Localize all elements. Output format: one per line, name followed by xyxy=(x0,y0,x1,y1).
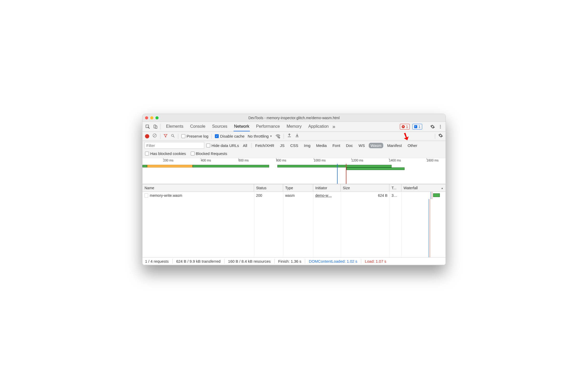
filter-bar: Hide data URLs All Fetch/XHR JS CSS Img … xyxy=(142,141,446,158)
status-bar: 1 / 4 requests 624 B / 9.9 kB transferre… xyxy=(142,257,446,265)
kebab-menu-icon[interactable] xyxy=(437,124,443,130)
sort-arrow-icon: ▲ xyxy=(441,187,443,190)
request-name: memory-write.wasm xyxy=(150,193,182,198)
status-load: Load: 1.07 s xyxy=(365,259,386,263)
record-button[interactable] xyxy=(145,134,149,138)
tab-application[interactable]: Application xyxy=(308,122,329,131)
type-filter-fetchxhr[interactable]: Fetch/XHR xyxy=(254,143,276,148)
error-circle-icon: ✕ xyxy=(402,125,405,128)
export-har-icon[interactable] xyxy=(287,133,292,139)
more-tabs-icon[interactable]: » xyxy=(331,124,337,130)
type-filter-media[interactable]: Media xyxy=(314,143,329,148)
throttling-dropdown[interactable]: No throttling ▼ xyxy=(248,134,272,138)
tab-performance[interactable]: Performance xyxy=(256,122,281,131)
svg-rect-2 xyxy=(155,126,157,128)
file-icon xyxy=(145,193,148,198)
devtools-window: ➘ DevTools - memory-inspector.glitch.me/… xyxy=(142,114,446,265)
blocked-requests-checkbox[interactable]: Blocked Requests xyxy=(191,151,227,156)
blocked-cookies-checkbox[interactable]: Has blocked cookies xyxy=(145,151,186,156)
col-header-status[interactable]: Status xyxy=(254,184,283,192)
filter-icon[interactable] xyxy=(163,133,168,139)
type-filter-manifest[interactable]: Manifest xyxy=(385,143,404,148)
svg-line-9 xyxy=(173,136,174,137)
overview-bar xyxy=(346,167,405,170)
overview-timeline[interactable]: 200 ms 400 ms 600 ms 800 ms 1000 ms 1200… xyxy=(142,158,446,184)
window-title: DevTools - memory-inspector.glitch.me/de… xyxy=(248,116,340,120)
request-initiator[interactable]: demo-w… xyxy=(315,193,332,198)
type-filter-js[interactable]: JS xyxy=(278,143,286,148)
col-header-size[interactable]: Size xyxy=(341,184,389,192)
status-transferred: 624 B / 9.9 kB transferred xyxy=(176,259,221,263)
main-tab-bar: Elements Console Sources Network Perform… xyxy=(142,122,446,132)
status-resources: 160 B / 8.4 kB resources xyxy=(228,259,271,263)
preserve-log-checkbox[interactable]: Preserve log xyxy=(181,134,208,138)
overview-bar xyxy=(277,165,392,167)
inspect-icon[interactable] xyxy=(145,124,151,130)
svg-line-7 xyxy=(154,134,156,137)
col-header-type[interactable]: Type xyxy=(283,184,313,192)
type-filter-ws[interactable]: WS xyxy=(357,143,367,148)
type-filter-css[interactable]: CSS xyxy=(288,143,300,148)
col-header-name[interactable]: Name xyxy=(142,184,254,192)
col-header-waterfall[interactable]: Waterfall ▲ xyxy=(401,184,446,192)
svg-point-4 xyxy=(440,126,441,127)
titlebar: DevTools - memory-inspector.glitch.me/de… xyxy=(142,114,446,122)
type-filter-img[interactable]: Img xyxy=(302,143,312,148)
search-icon[interactable] xyxy=(171,133,175,139)
request-type: wasm xyxy=(283,192,313,199)
minimize-window-button[interactable] xyxy=(150,116,153,119)
network-settings-icon[interactable] xyxy=(438,133,443,139)
request-size: 624 B xyxy=(341,192,389,199)
overview-bar xyxy=(147,165,193,167)
tab-console[interactable]: Console xyxy=(190,122,206,131)
table-body: memory-write.wasm 200 wasm demo-w… 624 B… xyxy=(142,192,446,257)
device-toggle-icon[interactable] xyxy=(152,124,159,130)
col-header-time[interactable]: T... xyxy=(389,184,401,192)
col-header-initiator[interactable]: Initiator xyxy=(313,184,341,192)
type-filter-doc[interactable]: Doc xyxy=(344,143,355,148)
svg-point-8 xyxy=(172,134,174,137)
messages-badge[interactable]: ≡ 1 xyxy=(412,124,422,130)
svg-point-3 xyxy=(440,125,441,126)
tab-elements[interactable]: Elements xyxy=(166,122,184,131)
type-filter-other[interactable]: Other xyxy=(406,143,419,148)
status-dcl: DOMContentLoaded: 1.02 s xyxy=(309,259,357,263)
overview-bar xyxy=(142,165,147,167)
svg-point-10 xyxy=(278,137,278,138)
tab-sources[interactable]: Sources xyxy=(211,122,228,131)
filter-input[interactable] xyxy=(145,142,204,149)
type-filter-all[interactable]: All xyxy=(241,143,249,148)
close-window-button[interactable] xyxy=(145,116,148,119)
network-toolbar: Preserve log Disable cache No throttling… xyxy=(142,132,446,141)
hide-data-urls-checkbox[interactable]: Hide data URLs xyxy=(206,143,239,148)
import-har-icon[interactable] xyxy=(295,133,299,139)
type-filter-wasm[interactable]: Wasm xyxy=(369,143,383,148)
tab-memory[interactable]: Memory xyxy=(286,122,302,131)
svg-point-5 xyxy=(440,127,441,128)
maximize-window-button[interactable] xyxy=(155,116,159,119)
table-header: Name Status Type Initiator Size T... Wat… xyxy=(142,184,446,192)
load-marker xyxy=(346,164,346,184)
clear-icon[interactable] xyxy=(152,133,157,139)
status-requests: 1 / 4 requests xyxy=(145,259,169,263)
type-filter-font[interactable]: Font xyxy=(331,143,342,148)
disable-cache-checkbox[interactable]: Disable cache xyxy=(215,134,244,138)
traffic-lights xyxy=(145,116,159,119)
waterfall-bar xyxy=(404,192,443,199)
tab-network[interactable]: Network xyxy=(234,122,250,131)
errors-badge[interactable]: ✕ 1 xyxy=(400,124,410,130)
request-status: 200 xyxy=(254,192,283,199)
overview-bar xyxy=(193,165,269,167)
message-icon: ≡ xyxy=(414,125,417,128)
settings-icon[interactable] xyxy=(429,124,436,130)
table-row[interactable]: memory-write.wasm 200 wasm demo-w… 624 B… xyxy=(142,192,446,199)
status-finish: Finish: 1.36 s xyxy=(278,259,301,263)
request-time: 3… xyxy=(389,192,401,199)
network-conditions-icon[interactable] xyxy=(275,134,281,139)
dcl-marker xyxy=(337,164,338,184)
